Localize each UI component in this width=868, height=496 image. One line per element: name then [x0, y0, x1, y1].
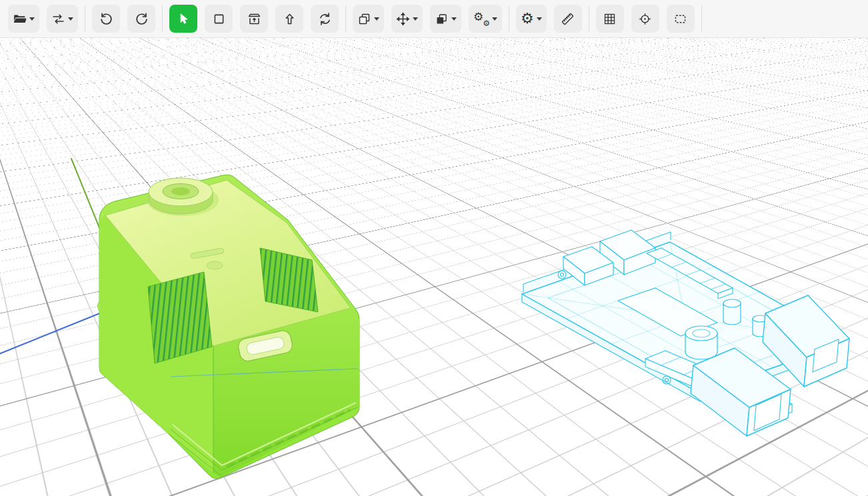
box-select-button[interactable] [205, 5, 233, 33]
caret-down-icon [537, 17, 542, 21]
pin-header-left [148, 272, 212, 363]
toolbar-group-select-tools [169, 5, 339, 33]
caret-down-icon [413, 17, 418, 21]
caret-down-icon [451, 17, 457, 21]
settings-button[interactable]: ⚙ [516, 5, 547, 33]
toolbar-separator [162, 5, 163, 32]
reload-button[interactable] [311, 5, 339, 33]
folder-open-icon [13, 12, 27, 26]
crosshair-icon [638, 12, 652, 26]
undo-icon [99, 12, 113, 26]
swap-arrows-icon [51, 12, 65, 26]
stack-icon [435, 12, 449, 26]
process-button[interactable]: ⚙⚙ [469, 5, 502, 33]
undo-button[interactable] [92, 5, 120, 33]
square-outline-icon [212, 12, 226, 26]
origin-button[interactable] [631, 5, 659, 33]
redo-button[interactable] [127, 5, 155, 33]
move-button[interactable] [391, 5, 423, 33]
redo-icon [135, 12, 149, 26]
marquee-icon [673, 12, 687, 26]
caret-down-icon [29, 17, 35, 21]
duplicate-button[interactable] [353, 5, 384, 33]
barrel-cylinder [685, 326, 717, 359]
ruler-icon [561, 12, 575, 26]
grid-icon [603, 12, 617, 26]
caret-down-icon [492, 17, 497, 21]
caret-down-icon [68, 17, 73, 21]
pointer-select-button[interactable] [169, 5, 197, 33]
cursor-icon [177, 12, 191, 26]
measure-button[interactable] [554, 5, 582, 33]
toggle-grid-button[interactable] [596, 5, 624, 33]
move-up-button[interactable] [275, 5, 303, 33]
import-export-button[interactable] [47, 5, 78, 33]
gears-icon: ⚙⚙ [473, 11, 489, 26]
model-cyan-wireframe-board[interactable] [522, 230, 849, 436]
capacitor-1 [723, 299, 741, 325]
duplicate-icon [357, 12, 371, 26]
toolbar: ⚙⚙⚙ [0, 0, 868, 38]
viewport-3d[interactable] [0, 0, 868, 496]
selection-region-button[interactable] [667, 5, 695, 33]
toolbar-group-history [92, 5, 155, 33]
scene-3d [0, 0, 868, 496]
open-file-button[interactable] [8, 5, 39, 33]
move-arrows-icon [396, 12, 410, 26]
toolbar-separator [509, 5, 509, 32]
toolbar-group-file [8, 5, 78, 33]
toolbar-separator [345, 5, 346, 32]
toolbar-separator [589, 5, 589, 32]
arrow-up-icon [283, 12, 297, 26]
refresh-icon [318, 12, 332, 26]
box-arrow-up-icon [247, 12, 261, 26]
model-solid-green-enclosure[interactable] [94, 175, 359, 479]
unpack-object-button[interactable] [240, 5, 268, 33]
toolbar-separator [85, 5, 85, 32]
toolbar-group-settings-tools: ⚙ [516, 5, 582, 33]
toolbar-group-arrange-tools: ⚙⚙ [353, 5, 502, 33]
gear-icon: ⚙ [521, 11, 534, 26]
toolbar-group-view-tools [596, 5, 695, 33]
toolbar-separator [701, 5, 702, 32]
arrange-button[interactable] [430, 5, 461, 33]
caret-down-icon [374, 17, 379, 21]
app-window: ⚙⚙⚙ [0, 0, 868, 496]
